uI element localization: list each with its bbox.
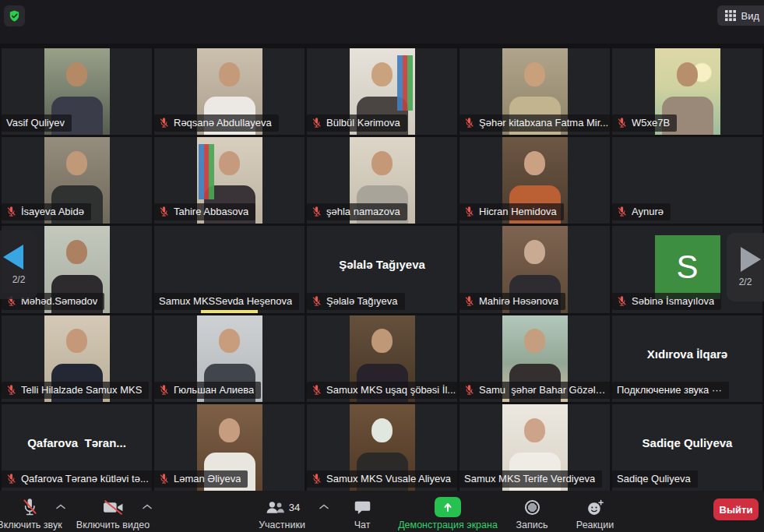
top-bar: Вид xyxy=(0,0,764,44)
participant-name: Samux MKS Terife Verdiyeva xyxy=(464,473,595,484)
share-screen-icon xyxy=(435,497,461,517)
reactions-button[interactable]: Реакции xyxy=(548,498,642,530)
participant-tile[interactable]: Гюльшан Алиева xyxy=(154,315,305,402)
participant-name: Mahirə Həsənova xyxy=(479,295,558,307)
camera-muted-icon xyxy=(103,500,124,515)
muted-mic-icon xyxy=(617,296,627,306)
participant-tile[interactable]: Vasif Quliyev xyxy=(2,48,152,135)
video-grid: Vasif Quliyev Rəqsanə Abdullayeva Bülbül… xyxy=(0,48,764,491)
chevron-up-icon[interactable] xyxy=(56,504,65,509)
previous-page-button[interactable]: 2/2 xyxy=(0,231,37,299)
participant-tile[interactable]: Samux MKS Vusale Aliyeva xyxy=(307,404,457,491)
participant-name: Samux MKSSevda Heşenova xyxy=(159,295,292,307)
participant-tile[interactable]: Bülbül Kərimova xyxy=(307,48,457,135)
participant-tile[interactable]: Şəlalə Tağıyeva Şəlalə Tağıyeva xyxy=(307,226,457,312)
azerbaijan-flag-decor xyxy=(199,144,214,199)
reactions-label: Реакции xyxy=(548,520,642,530)
participant-tile[interactable]: Telli Hilalzade Samux MKS xyxy=(2,315,152,402)
chevron-up-icon[interactable] xyxy=(143,504,152,509)
name-plate: İsayeva Abidə xyxy=(2,203,91,220)
participants-button[interactable]: 34 Участники xyxy=(235,498,329,530)
participant-name: Aynurə xyxy=(632,206,664,217)
start-video-label: Включить видео xyxy=(66,520,160,530)
participant-tile[interactable]: Aynurə xyxy=(612,137,762,224)
muted-mic-icon xyxy=(312,474,322,484)
azerbaijan-flag-decor xyxy=(397,55,413,111)
record-icon xyxy=(525,500,540,515)
muted-mic-icon xyxy=(6,206,16,217)
shield-check-icon xyxy=(8,9,21,23)
name-plate: Şəlalə Tağıyeva xyxy=(307,293,405,310)
participant-tile[interactable]: Mahirə Həsənova xyxy=(459,226,610,312)
meeting-security-button[interactable] xyxy=(4,5,25,26)
page-indicator: 2/2 xyxy=(12,274,26,285)
participant-name: Hicran Hemidova xyxy=(479,206,557,217)
name-plate: Şəhər kitabxana Fatma Mir... xyxy=(459,115,610,132)
participant-name: Гюльшан Алиева xyxy=(174,384,254,396)
participant-tile[interactable]: Ləman Əliyeva xyxy=(154,404,305,491)
muted-mic-icon xyxy=(464,206,474,217)
participant-name: İsayeva Abidə xyxy=(21,206,84,217)
muted-mic-icon xyxy=(617,206,627,217)
muted-mic-icon xyxy=(312,118,322,128)
participant-name: Rəqsanə Abdullayeva xyxy=(174,117,272,129)
view-button[interactable]: Вид xyxy=(717,5,764,26)
participant-tile[interactable]: Şəhər kitabxana Fatma Mir... xyxy=(459,48,610,135)
arrow-right-icon xyxy=(741,247,761,272)
muted-mic-icon xyxy=(464,118,474,128)
name-plate: Подключение звука ··· xyxy=(612,382,729,399)
participant-tile[interactable]: Samux MKS uşaq şöbəsi İl... xyxy=(307,315,457,402)
name-plate: Samux MKS Vusale Aliyeva xyxy=(307,470,457,488)
participant-tile[interactable]: Samu şəhər Bahar Gözəlova xyxy=(459,315,610,402)
muted-mic-icon xyxy=(6,385,16,395)
participant-tile[interactable]: Hicran Hemidova xyxy=(459,137,610,224)
name-plate: Samux MKS Terife Verdiyeva xyxy=(459,470,602,488)
participant-tile[interactable]: Xıdırova İlqarə Подключение звука ··· xyxy=(612,315,762,402)
avatar-letter: S xyxy=(676,248,698,286)
name-plate: Səbinə İsmayılova xyxy=(612,293,721,310)
avatar: S xyxy=(655,235,720,299)
name-plate: Samux MKSSevda Heşenova xyxy=(154,293,299,310)
participant-tile[interactable]: Samux MKS Terife Verdiyeva xyxy=(459,404,610,491)
participant-name: şəhla namazova xyxy=(326,206,400,217)
muted-mic-icon xyxy=(159,206,169,217)
grid-view-icon xyxy=(725,10,736,21)
participant-tile[interactable]: İsayeva Abidə xyxy=(2,137,152,224)
leave-meeting-button[interactable]: Выйти xyxy=(713,499,759,520)
participant-tile[interactable]: Tahire Abbasova xyxy=(154,137,305,224)
participant-tile[interactable]: şəhla namazova xyxy=(307,137,457,224)
name-plate: Sadiqe Quliyeva xyxy=(612,470,698,488)
next-page-button[interactable]: 2/2 xyxy=(727,233,764,301)
reactions-smiley-icon xyxy=(586,499,604,516)
participant-tile[interactable]: Qafarova Təran... Qafarova Təranə kütləv… xyxy=(2,404,152,491)
muted-mic-icon xyxy=(464,385,474,395)
participant-name: W5xe7B xyxy=(632,117,670,129)
participants-count: 34 xyxy=(289,502,300,513)
name-plate: Rəqsanə Abdullayeva xyxy=(154,115,279,132)
name-plate: Mahirə Həsənova xyxy=(459,293,565,310)
participant-tile[interactable]: Samux MKSSevda Heşenova xyxy=(154,226,305,312)
chat-bubble-icon xyxy=(354,500,371,515)
participant-name: Vasif Quliyev xyxy=(6,117,65,129)
name-plate: Aynurə xyxy=(612,203,671,220)
muted-mic-icon xyxy=(312,206,322,217)
participant-name: Sadiqe Quliyeva xyxy=(617,473,691,484)
muted-mic-icon xyxy=(159,385,169,395)
active-speaker-indicator xyxy=(201,310,258,313)
participant-name: Qafarova Təranə kütləvi tə... xyxy=(21,473,149,484)
name-plate: Qafarova Təranə kütləvi tə... xyxy=(2,470,152,488)
participant-name: Bülbül Kərimova xyxy=(326,117,400,129)
muted-mic-icon xyxy=(159,474,169,484)
name-plate: Tahire Abbasova xyxy=(154,203,255,220)
participant-name: Şəhər kitabxana Fatma Mir... xyxy=(479,117,608,129)
view-button-label: Вид xyxy=(741,10,759,22)
participants-label: Участники xyxy=(235,520,329,530)
participants-icon xyxy=(264,500,285,515)
participant-tile[interactable]: W5xe7B xyxy=(612,48,762,135)
muted-mic-icon xyxy=(617,118,627,128)
participant-tile[interactable]: Rəqsanə Abdullayeva xyxy=(154,48,305,135)
start-video-button[interactable]: Включить видео xyxy=(66,498,160,530)
mic-muted-icon xyxy=(22,499,37,516)
muted-mic-icon xyxy=(159,118,169,128)
participant-tile[interactable]: Sadiqe Quliyeva Sadiqe Quliyeva xyxy=(612,404,762,491)
